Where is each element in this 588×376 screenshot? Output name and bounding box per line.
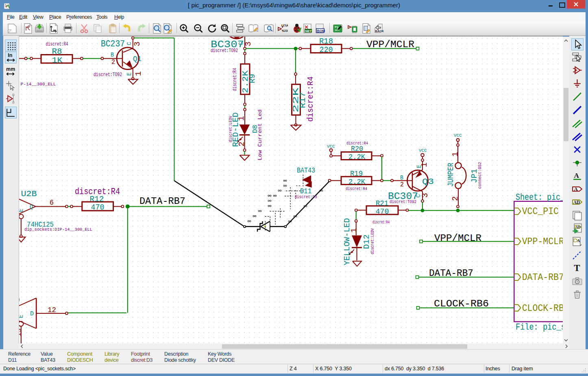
svg-text:1: 1 xyxy=(237,116,246,121)
svg-text:13: 13 xyxy=(19,328,22,337)
svg-text:discret:LEDV: discret:LEDV xyxy=(370,228,375,254)
svg-text:discret:R4: discret:R4 xyxy=(346,186,367,191)
svg-text:Q: Q xyxy=(30,204,33,210)
svg-text:U2B: U2B xyxy=(21,189,37,199)
svg-text:1: 1 xyxy=(420,162,429,167)
svg-text:BACK: BACK xyxy=(375,29,384,33)
svg-text:R8: R8 xyxy=(52,47,62,56)
svg-text:Q1: Q1 xyxy=(133,55,142,63)
svg-text:2: 2 xyxy=(451,196,460,201)
svg-text:470: 470 xyxy=(376,207,389,216)
svg-text:C: C xyxy=(126,42,133,45)
svg-text:+: + xyxy=(9,97,11,101)
svg-text:3: 3 xyxy=(133,42,142,46)
svg-text:6: 6 xyxy=(50,199,54,207)
svg-text:VCC: VCC xyxy=(419,148,427,153)
svg-text:NET: NET xyxy=(305,29,312,33)
svg-text:2.2K: 2.2K xyxy=(348,177,366,186)
svg-text:discret:TO92: discret:TO92 xyxy=(94,72,122,78)
svg-text:VPP/MCLR: VPP/MCLR xyxy=(366,39,414,50)
svg-text:VCC: VCC xyxy=(454,133,462,138)
svg-text:E: E xyxy=(126,72,133,76)
svg-text:A: A xyxy=(574,171,579,179)
svg-text:3: 3 xyxy=(244,42,253,46)
svg-text:JUMPER: JUMPER xyxy=(446,163,455,187)
svg-text:0: 0 xyxy=(19,295,20,305)
svg-text:connect:GS2: connect:GS2 xyxy=(477,162,482,189)
svg-text:2: 2 xyxy=(111,59,115,66)
svg-text:220: 220 xyxy=(320,46,333,55)
svg-text:discret:R4: discret:R4 xyxy=(232,68,238,91)
svg-text:discret:D3: discret:D3 xyxy=(295,195,317,199)
svg-text:P-14__300_ELL: P-14__300_ELL xyxy=(21,82,56,87)
svg-text:1: 1 xyxy=(134,71,143,76)
svg-text:1K: 1K xyxy=(52,56,63,65)
svg-text:B: B xyxy=(400,175,403,181)
svg-text:DATA-RB7: DATA-RB7 xyxy=(522,272,563,283)
svg-text:3: 3 xyxy=(420,193,430,198)
svg-text:In: In xyxy=(8,52,12,58)
svg-text:D: D xyxy=(30,310,34,317)
svg-text:2.2K: 2.2K xyxy=(348,153,366,162)
svg-text:BC237: BC237 xyxy=(101,39,125,49)
svg-text:VCC_PIC: VCC_PIC xyxy=(522,206,559,217)
svg-text:File: pic_soc: File: pic_soc xyxy=(516,322,563,332)
svg-text:T: T xyxy=(574,263,580,273)
svg-text:VPP/MCLR: VPP/MCLR xyxy=(434,233,481,244)
svg-text:R19: R19 xyxy=(350,169,363,178)
svg-text:B: B xyxy=(111,52,114,58)
svg-text:R18: R18 xyxy=(319,37,333,46)
svg-text:470: 470 xyxy=(91,203,105,212)
svg-text:CLOCK-RB6: CLOCK-RB6 xyxy=(522,303,563,314)
svg-text:BAT43: BAT43 xyxy=(297,166,315,175)
svg-text:discret:R4: discret:R4 xyxy=(372,220,390,225)
svg-text:discret:TO92: discret:TO92 xyxy=(211,48,238,54)
svg-text:A: A xyxy=(577,238,580,243)
svg-text:2: 2 xyxy=(237,142,246,146)
svg-text:AD: AD xyxy=(575,225,580,229)
svg-text:Q3: Q3 xyxy=(422,177,434,186)
svg-text:E: E xyxy=(19,209,24,212)
svg-text:DATA-RB7: DATA-RB7 xyxy=(139,196,185,207)
svg-text:VCC: VCC xyxy=(327,144,335,149)
svg-text:VPP-MCLR: VPP-MCLR xyxy=(522,236,563,247)
svg-text:BOM: BOM xyxy=(317,29,325,33)
svg-text:AD: AD xyxy=(573,200,580,205)
svg-text:R9: R9 xyxy=(248,74,257,83)
svg-text:2: 2 xyxy=(400,181,404,188)
svg-text:123: 123 xyxy=(282,29,288,33)
svg-text:discret:R4: discret:R4 xyxy=(46,41,68,47)
svg-text:1: 1 xyxy=(349,228,359,233)
svg-text:dip_sockets:DIP-14__300_ELL: dip_sockets:DIP-14__300_ELL xyxy=(24,227,92,232)
svg-text:YELLOW-LED: YELLOW-LED xyxy=(342,218,352,265)
svg-text:mm: mm xyxy=(6,66,15,72)
svg-text:discret:TO92: discret:TO92 xyxy=(390,199,416,204)
svg-text:12: 12 xyxy=(48,306,56,314)
svg-text:1: 1 xyxy=(451,152,460,157)
svg-text:Sheet: pic_s: Sheet: pic_s xyxy=(516,192,563,203)
svg-text:E: E xyxy=(19,315,24,318)
svg-text:A: A xyxy=(574,186,578,192)
svg-text:discret:LEDV: discret:LEDV xyxy=(228,116,233,142)
svg-text:discret:R4: discret:R4 xyxy=(306,77,315,122)
svg-text:Low Current Led: Low Current Led xyxy=(257,109,263,160)
